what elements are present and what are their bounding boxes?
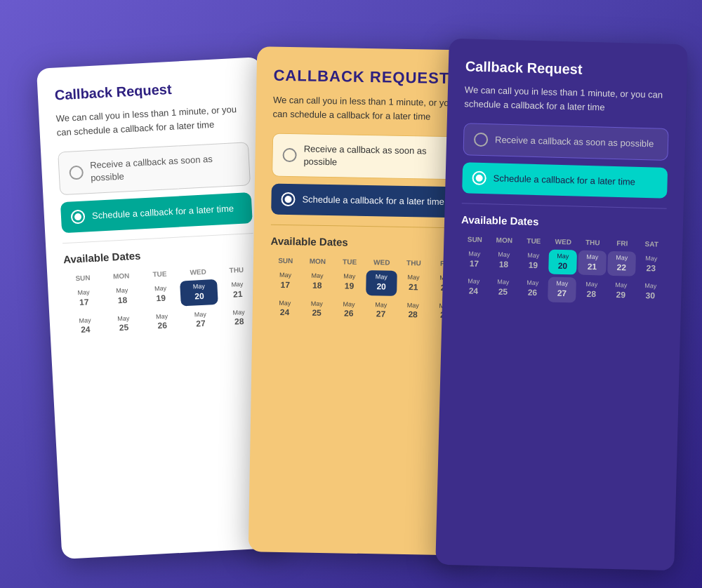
radio-inner-dot bbox=[476, 175, 483, 182]
purple-hdr-wed: WED bbox=[549, 236, 577, 248]
purple-hdr-sat: SAT bbox=[637, 239, 665, 250]
cal-day[interactable]: May25 bbox=[301, 297, 332, 322]
white-hdr-mon: MON bbox=[102, 270, 140, 283]
cal-day[interactable]: May21 bbox=[218, 277, 257, 304]
orange-hdr-tue: TUE bbox=[334, 257, 365, 268]
cal-day-selected[interactable]: May20 bbox=[548, 250, 577, 275]
radio-unselected-icon bbox=[282, 148, 296, 162]
white-dates-title: Available Dates bbox=[63, 243, 255, 265]
radio-unselected-icon bbox=[69, 166, 84, 180]
purple-hdr-thu: THU bbox=[578, 237, 607, 248]
cal-day[interactable]: May30 bbox=[636, 279, 665, 305]
orange-calendar: SUN MON TUE WED THU FRI May17 May18 May1… bbox=[269, 255, 461, 324]
cal-day[interactable]: May27 bbox=[181, 307, 220, 333]
white-option-asap[interactable]: Receive a callback as soon as possible bbox=[58, 142, 251, 196]
orange-option-later-label: Schedule a callback for a later time bbox=[302, 194, 444, 209]
cal-day[interactable]: May25 bbox=[105, 311, 143, 338]
cards-container: Callback Request We can call you in less… bbox=[35, 20, 667, 568]
orange-card-desc: We can call you in less than 1 minute, o… bbox=[272, 93, 464, 124]
cal-day[interactable]: May18 bbox=[103, 283, 142, 310]
radio-inner-dot bbox=[74, 213, 82, 221]
cal-day-selected[interactable]: May20 bbox=[366, 270, 397, 295]
cal-day[interactable]: May19 bbox=[142, 281, 180, 308]
purple-calendar: SUN MON TUE WED THU FRI SAT May17 May18 … bbox=[459, 234, 665, 305]
white-hdr-sun: SUN bbox=[64, 272, 102, 285]
cal-day-available[interactable]: May27 bbox=[548, 277, 576, 302]
cal-day[interactable]: May24 bbox=[66, 313, 105, 340]
purple-card-desc: We can call you in less than 1 minute, o… bbox=[464, 83, 670, 116]
radio-selected-icon bbox=[71, 210, 86, 225]
purple-hdr-mon: MON bbox=[490, 234, 518, 246]
orange-hdr-wed: WED bbox=[366, 257, 397, 268]
orange-cal-row2: May24 May25 May26 May27 May28 May29 bbox=[269, 296, 461, 324]
purple-cal-row1: May17 May18 May19 May20 May21 May22 May2… bbox=[460, 247, 665, 277]
cal-day[interactable]: May19 bbox=[333, 270, 364, 295]
orange-dates-title: Available Dates bbox=[270, 235, 461, 250]
white-hdr-tue: TUE bbox=[141, 268, 179, 281]
cal-day[interactable]: May24 bbox=[459, 274, 488, 300]
cal-day[interactable]: May18 bbox=[302, 269, 333, 295]
radio-inner-dot bbox=[284, 196, 291, 203]
white-option-later[interactable]: Schedule a callback for a later time bbox=[60, 192, 253, 233]
purple-option-later-label: Schedule a callback for a later time bbox=[493, 172, 635, 188]
radio-unselected-icon bbox=[474, 133, 489, 147]
orange-card-title: CALLBACK REQUEST bbox=[273, 67, 464, 88]
purple-option-asap[interactable]: Receive a callback as soon as possible bbox=[463, 123, 669, 161]
orange-option-asap[interactable]: Receive a callback as soon as possible bbox=[272, 133, 463, 180]
white-option-asap-label: Receive a callback as soon as possible bbox=[90, 152, 240, 185]
cal-day-available[interactable]: May21 bbox=[578, 250, 607, 276]
purple-dates-title: Available Dates bbox=[461, 213, 666, 231]
cal-day[interactable]: May25 bbox=[489, 276, 517, 301]
cal-day[interactable]: May28 bbox=[397, 298, 428, 323]
cal-day[interactable]: May27 bbox=[365, 298, 396, 323]
purple-card-title: Callback Request bbox=[465, 58, 671, 80]
cal-day[interactable]: May17 bbox=[270, 269, 300, 294]
radio-selected-icon bbox=[281, 192, 295, 206]
cal-day[interactable]: May17 bbox=[65, 286, 103, 312]
radio-selected-icon bbox=[472, 171, 486, 186]
orange-option-asap-label: Receive a callback as soon as possible bbox=[303, 142, 453, 171]
cal-day[interactable]: May28 bbox=[577, 278, 606, 303]
white-option-later-label: Schedule a callback for a later time bbox=[92, 203, 234, 223]
purple-hdr-fri: FRI bbox=[608, 238, 636, 249]
white-hdr-thu: THU bbox=[218, 264, 256, 276]
orange-divider bbox=[271, 225, 462, 229]
cal-day[interactable]: May23 bbox=[637, 252, 665, 277]
cal-day[interactable]: May24 bbox=[269, 296, 300, 321]
white-hdr-wed: WED bbox=[179, 266, 217, 279]
purple-divider bbox=[462, 203, 667, 209]
cal-day[interactable]: May26 bbox=[333, 298, 364, 323]
orange-hdr-mon: MON bbox=[303, 256, 333, 267]
cal-day[interactable]: May26 bbox=[143, 309, 182, 335]
cal-day-selected[interactable]: May20 bbox=[180, 279, 218, 306]
white-card-desc: We can call you in less than 1 minute, o… bbox=[55, 102, 248, 139]
cal-day[interactable]: May21 bbox=[398, 271, 429, 296]
cal-day[interactable]: May26 bbox=[518, 276, 547, 302]
purple-option-later[interactable]: Schedule a callback for a later time bbox=[462, 162, 668, 199]
purple-cal-row2: May24 May25 May26 May27 May28 May29 May3… bbox=[459, 274, 665, 305]
orange-option-later[interactable]: Schedule a callback for a later time bbox=[271, 184, 463, 218]
purple-hdr-sun: SUN bbox=[461, 234, 489, 245]
cal-day[interactable]: May29 bbox=[607, 279, 635, 304]
purple-hdr-tue: TUE bbox=[519, 235, 548, 246]
orange-cal-row1: May17 May18 May19 May20 May21 May22 bbox=[270, 269, 461, 297]
cal-day[interactable]: May18 bbox=[489, 248, 518, 273]
orange-cal-headers: SUN MON TUE WED THU FRI bbox=[270, 255, 461, 269]
orange-hdr-sun: SUN bbox=[270, 255, 301, 267]
cal-day[interactable]: May19 bbox=[519, 248, 548, 274]
white-divider bbox=[62, 233, 253, 243]
cal-day[interactable]: May17 bbox=[460, 247, 489, 272]
orange-hdr-thu: THU bbox=[398, 258, 429, 269]
white-card-title: Callback Request bbox=[54, 77, 246, 103]
card-purple: Callback Request We can call you in less… bbox=[435, 39, 688, 571]
white-calendar: SUN MON TUE WED THU May17 May18 May19 Ma… bbox=[64, 264, 258, 340]
cal-day-available[interactable]: May22 bbox=[607, 251, 636, 276]
purple-option-asap-label: Receive a callback as soon as possible bbox=[495, 133, 654, 150]
